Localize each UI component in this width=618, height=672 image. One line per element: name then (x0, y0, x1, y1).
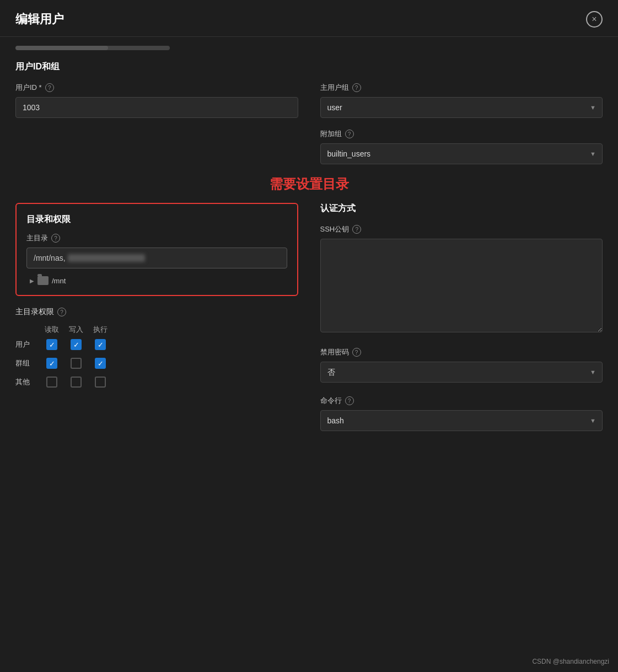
other-exec-wrapper (88, 377, 112, 388)
home-dir-help-icon[interactable]: ? (51, 234, 60, 243)
uid-group-row: 用户ID * ? 主用户组 ? user users admin (15, 83, 603, 118)
close-button[interactable]: × (586, 11, 603, 28)
modal-title: 编辑用户 (15, 11, 64, 28)
perm-header-exec: 执行 (88, 325, 112, 335)
disabled-pwd-label: 禁用密码 ? (320, 347, 603, 357)
perm-label: 主目录权限 (15, 307, 54, 317)
home-dir-label: 主目录 ? (26, 233, 287, 243)
other-exec-checkbox[interactable] (95, 377, 106, 388)
user-read-checkbox[interactable] (46, 339, 57, 350)
ssh-key-label: SSH公钥 ? (320, 224, 603, 234)
dir-tree-item[interactable]: ▶ /mnt (26, 274, 287, 287)
modal-body: 用户ID和组 用户ID * ? 主用户组 ? user u (0, 50, 618, 466)
home-dir-input[interactable]: /mnt/nas, (26, 248, 287, 268)
watermark: CSDN @shandianchengzi (532, 658, 609, 665)
uid-label: 用户ID * ? (15, 83, 298, 93)
folder-icon (37, 276, 49, 285)
group-exec-wrapper (88, 358, 112, 369)
cmd-section: 命令行 ? bash sh zsh (320, 396, 603, 431)
extra-group-select[interactable]: builtin_users none (320, 143, 603, 164)
warning-text: 需要设置目录 (15, 175, 603, 193)
perm-row-other-label: 其他 (15, 377, 40, 387)
dir-tree-name: /mnt (52, 277, 66, 285)
user-exec-wrapper (88, 339, 112, 350)
empty-col (15, 129, 298, 164)
modal-header: 编辑用户 × (0, 0, 618, 37)
extra-group-label: 附加组 ? (320, 129, 603, 139)
cmd-select[interactable]: bash sh zsh (320, 410, 603, 431)
extra-group-col: 附加组 ? builtin_users none (320, 129, 603, 164)
other-write-wrapper (64, 377, 88, 388)
extra-group-select-wrapper: builtin_users none (320, 143, 603, 164)
extra-group-row: 附加组 ? builtin_users none (15, 129, 603, 164)
uid-col: 用户ID * ? (15, 83, 298, 118)
disabled-pwd-select-wrapper: 否 是 (320, 362, 603, 383)
primary-group-help-icon[interactable]: ? (352, 83, 361, 92)
auth-section: 认证方式 SSH公钥 ? (320, 203, 603, 334)
primary-group-label: 主用户组 ? (320, 83, 603, 93)
tree-arrow-icon: ▶ (30, 278, 34, 284)
extra-group-help-icon[interactable]: ? (345, 130, 354, 138)
perm-header-write: 写入 (64, 325, 88, 335)
disabled-pwd-help-icon[interactable]: ? (352, 348, 361, 357)
dir-section-title: 目录和权限 (26, 214, 287, 225)
progress-fill (15, 46, 108, 50)
user-exec-checkbox[interactable] (95, 339, 106, 350)
ssh-key-textarea[interactable] (320, 239, 603, 332)
main-two-col: 目录和权限 主目录 ? /mnt/nas, ▶ /mnt (15, 203, 603, 444)
right-col: 认证方式 SSH公钥 ? 禁用密码 ? 否 (320, 203, 603, 444)
progress-area (0, 37, 618, 50)
home-dir-prefix: /mnt/nas, (34, 254, 66, 262)
cmd-select-wrapper: bash sh zsh (320, 410, 603, 431)
home-dir-blurred (68, 254, 145, 262)
user-write-wrapper (64, 339, 88, 350)
ssh-key-help-icon[interactable]: ? (352, 225, 361, 234)
group-write-checkbox[interactable] (71, 358, 82, 369)
perm-row-user-label: 用户 (15, 340, 40, 350)
progress-bar (15, 46, 170, 50)
edit-user-modal: 编辑用户 × 用户ID和组 用户ID * ? 主用户组 ? (0, 0, 618, 672)
disabled-pwd-section: 禁用密码 ? 否 是 (320, 347, 603, 383)
perm-row-other: 其他 (15, 377, 298, 388)
left-col: 目录和权限 主目录 ? /mnt/nas, ▶ /mnt (15, 203, 298, 444)
other-read-checkbox[interactable] (46, 377, 57, 388)
group-read-checkbox[interactable] (46, 358, 57, 369)
perm-label-row: 主目录权限 ? (15, 307, 298, 317)
other-write-checkbox[interactable] (71, 377, 82, 388)
auth-section-title: 认证方式 (320, 203, 603, 214)
other-read-wrapper (40, 377, 64, 388)
primary-group-select-wrapper: user users admin (320, 97, 603, 118)
group-read-wrapper (40, 358, 64, 369)
primary-group-col: 主用户组 ? user users admin (320, 83, 603, 118)
perm-row-group: 群组 (15, 358, 298, 369)
cmd-label: 命令行 ? (320, 396, 603, 406)
uid-help-icon[interactable]: ? (45, 83, 54, 92)
cmd-help-icon[interactable]: ? (345, 396, 354, 405)
perm-header-read: 读取 (40, 325, 64, 335)
uid-group-section-title: 用户ID和组 (15, 61, 603, 73)
primary-group-select[interactable]: user users admin (320, 97, 603, 118)
user-read-wrapper (40, 339, 64, 350)
perm-help-icon[interactable]: ? (57, 308, 66, 316)
group-exec-checkbox[interactable] (95, 358, 106, 369)
perm-row-group-label: 群组 (15, 358, 40, 368)
perm-section: 主目录权限 ? 读取 写入 执行 用户 (15, 307, 298, 388)
uid-input[interactable] (15, 97, 298, 118)
perm-row-user: 用户 (15, 339, 298, 350)
disabled-pwd-select[interactable]: 否 是 (320, 362, 603, 383)
user-write-checkbox[interactable] (71, 339, 82, 350)
dir-section-box: 目录和权限 主目录 ? /mnt/nas, ▶ /mnt (15, 203, 298, 296)
group-write-wrapper (64, 358, 88, 369)
perm-headers: 读取 写入 执行 (40, 325, 298, 335)
